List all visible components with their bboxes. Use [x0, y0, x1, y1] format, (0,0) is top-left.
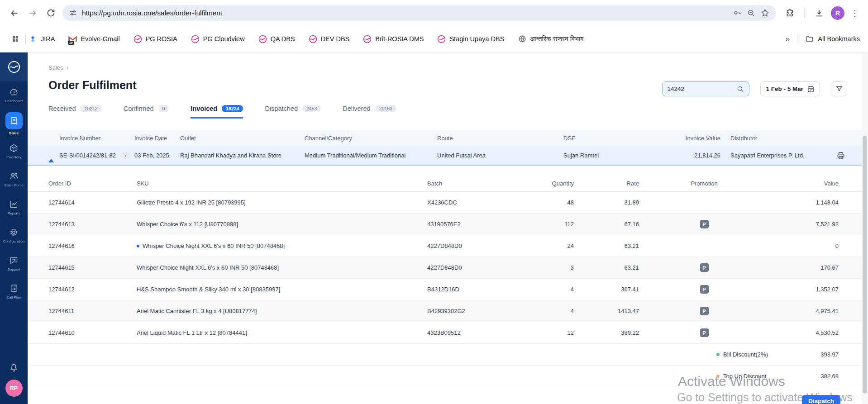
url-input[interactable] — [82, 9, 728, 17]
search-icon[interactable] — [736, 85, 744, 93]
order-rate: 389.22 — [574, 329, 639, 336]
tab-delivered[interactable]: Delivered 20160 — [343, 105, 396, 119]
invoice-row[interactable]: SE-SI/0014242/81-82 7 03 Feb, 2025 Raj B… — [28, 146, 862, 166]
rosia-icon — [134, 35, 142, 43]
order-batch: 4323B09512 — [427, 329, 504, 336]
invoice-line-count-badge: 7 — [120, 152, 130, 159]
invoice-number: SE-SI/0014242/81-82 — [59, 152, 116, 159]
order-row[interactable]: 12744612 H&S Shampoo Smooth & Silky 340 … — [28, 279, 862, 300]
order-sku: Whisper Choice 6's x 112 [U80770898] — [137, 221, 427, 228]
date-range-button[interactable]: 1 Feb - 5 Mar — [760, 81, 820, 96]
filter-button[interactable] — [831, 81, 847, 96]
scrollbar-thumb[interactable] — [863, 136, 867, 394]
order-sku: Gillette Presto 4 x 192 INR 25 [80793995… — [137, 199, 427, 206]
order-rate: 63.21 — [574, 242, 639, 249]
order-qty: 3 — [504, 264, 574, 271]
reports-icon — [9, 199, 19, 209]
dispatch-button[interactable]: Dispatch — [802, 395, 840, 404]
order-value: 4,530.52 — [769, 329, 845, 336]
print-icon[interactable] — [821, 151, 845, 160]
order-sku: H&S Shampoo Smooth & Silky 340 ml x 30 [… — [137, 286, 427, 293]
promotion-badge: P — [700, 307, 709, 315]
order-row[interactable]: 12744616 Whisper Choice Night XXL 6's x … — [28, 235, 862, 257]
password-key-icon[interactable] — [733, 8, 742, 18]
order-batch: B42939302G2 — [427, 308, 504, 314]
browser-toolbar: R ⋮ — [0, 0, 868, 26]
order-row[interactable]: 12744614 Gillette Presto 4 x 192 INR 25 … — [28, 192, 862, 214]
user-avatar[interactable]: RP — [5, 380, 23, 397]
bookmark-brit-rosia-dms[interactable]: Brit-ROSIA DMS — [363, 35, 424, 43]
sidebar-item-reports[interactable]: Reports — [0, 194, 28, 222]
bookmark-jira[interactable]: JIRA — [29, 35, 55, 43]
rosia-icon — [437, 35, 446, 43]
apps-grid-icon[interactable] — [8, 32, 23, 46]
tab-confirmed[interactable]: Confirmed 0 — [124, 105, 169, 119]
rosia-logo[interactable] — [0, 52, 28, 81]
sidebar-item-configuration[interactable]: Configuration — [0, 222, 28, 250]
zoom-out-icon[interactable] — [747, 9, 756, 18]
vertical-scrollbar[interactable] — [862, 52, 868, 404]
back-icon[interactable] — [5, 4, 24, 22]
activate-windows-watermark: Activate Windows — [678, 374, 785, 389]
gmail-icon: 19 — [68, 35, 77, 43]
search-input[interactable] — [667, 86, 734, 92]
browser-menu-icon[interactable]: ⋮ — [847, 8, 863, 18]
sidebar-item-inventory[interactable]: Inventory — [0, 138, 28, 166]
tab-received[interactable]: Received 10212 — [48, 105, 102, 119]
promotion-badge: P — [700, 263, 709, 272]
order-row[interactable]: 12744611 Ariel Matic Cannister FL 3 kg x… — [28, 300, 862, 322]
all-bookmarks-button[interactable]: All Bookmarks — [806, 35, 860, 43]
notifications-bell-icon[interactable] — [9, 363, 19, 372]
search-box[interactable] — [662, 81, 749, 96]
sidebar-item-call-plan[interactable]: Call Plan — [0, 278, 28, 306]
tab-dispatched[interactable]: Dispatched 2453 — [265, 105, 321, 119]
sidebar-item-support[interactable]: Support — [0, 250, 28, 278]
browser-profile-avatar[interactable]: R — [831, 6, 844, 20]
omnibox[interactable] — [62, 5, 776, 21]
reload-icon[interactable] — [42, 4, 60, 22]
filter-funnel-icon — [835, 85, 843, 93]
promotion-badge: P — [700, 285, 709, 294]
order-value: 4,975.41 — [769, 308, 845, 314]
bookmark-antarik-rajaswa[interactable]: आन्तरिक राजस्व विभाग — [518, 35, 583, 43]
collapse-caret-icon[interactable] — [48, 152, 54, 162]
sidebar-item-sales-force[interactable]: Sales Force — [0, 166, 28, 194]
sidebar-item-dashboard[interactable]: Dashboard — [0, 81, 28, 109]
order-value: 7,521.92 — [769, 221, 845, 228]
invoice-table: Invoice Number Invoice Date Outlet Chann… — [28, 130, 862, 387]
bookmark-qa-dbs[interactable]: QA DBS — [258, 35, 295, 43]
promotion-badge: P — [700, 220, 709, 228]
downloads-icon[interactable] — [810, 4, 828, 22]
tab-count-badge: 2453 — [302, 105, 321, 112]
bill-discount-dot — [716, 353, 720, 356]
bookmark-pg-rosia[interactable]: PG ROSIA — [134, 35, 177, 43]
rosia-icon — [191, 35, 200, 43]
bookmarks-overflow-chevron[interactable]: » — [785, 34, 790, 44]
order-id: 12744610 — [48, 329, 137, 336]
order-rate: 367.41 — [574, 286, 639, 293]
bookmarks-divider — [25, 34, 26, 44]
page-title: Order Fulfilment — [48, 79, 136, 92]
bookmark-evolve-gmail[interactable]: 19 Evolve-Gmail — [68, 35, 119, 43]
order-row[interactable]: 12744615 Whisper Choice Night XXL 6's x … — [28, 257, 862, 279]
order-batch: 4227D848D0 — [427, 242, 504, 249]
forward-icon[interactable] — [24, 4, 42, 22]
calendar-icon — [807, 85, 815, 93]
sales-icon — [5, 112, 23, 129]
order-qty: 12 — [504, 329, 574, 336]
header-controls: 1 Feb - 5 Mar — [662, 81, 847, 96]
sidebar-item-sales[interactable]: Sales — [0, 109, 28, 138]
site-settings-icon[interactable] — [69, 9, 77, 17]
bookmark-star-icon[interactable] — [760, 8, 770, 18]
order-row[interactable]: 12744613 Whisper Choice 6's x 112 [U8077… — [28, 214, 862, 235]
order-rate: 63.21 — [574, 264, 639, 271]
extensions-icon[interactable] — [781, 4, 799, 22]
bookmark-dev-dbs[interactable]: DEV DBS — [309, 35, 350, 43]
order-id: 12744612 — [48, 286, 137, 293]
order-row[interactable]: 12744610 Ariel Liquid Matic FL 1 Ltr x 1… — [28, 322, 862, 344]
breadcrumb-sales[interactable]: Sales — [48, 64, 63, 71]
bookmark-stagin-upaya-dbs[interactable]: Stagin Upaya DBS — [437, 35, 504, 43]
bookmark-pg-cloudview[interactable]: PG Cloudview — [191, 35, 245, 43]
tab-invoiced[interactable]: Invoiced 16224 — [191, 105, 243, 119]
sales-force-icon — [9, 171, 19, 181]
